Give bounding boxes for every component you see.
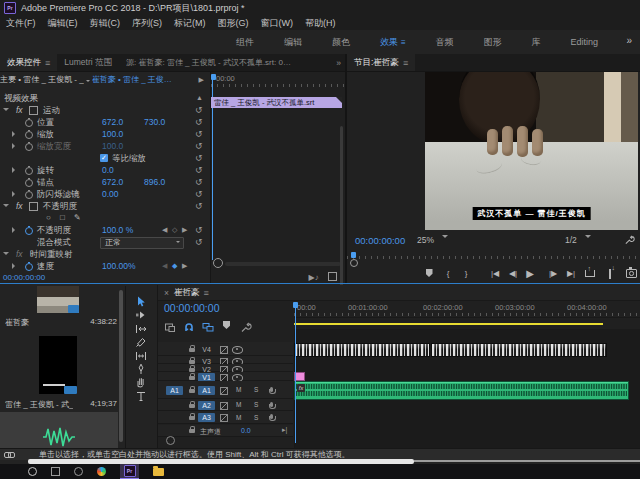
- play-button[interactable]: ▶: [522, 265, 538, 281]
- prev-keyframe-icon[interactable]: ◀: [162, 260, 167, 272]
- collapse-icon[interactable]: ▲: [196, 92, 203, 104]
- sequence-clip-label[interactable]: 崔哲豪 • 雷佳 _ 王俊凯_: [92, 74, 176, 85]
- param-value[interactable]: 0.00: [102, 188, 119, 200]
- workspace-tab[interactable]: Editing: [566, 37, 602, 47]
- insert-nested-sequence-icon[interactable]: [164, 319, 176, 337]
- track-header-v2[interactable]: V2: [158, 364, 293, 372]
- effect-row[interactable]: fx时间重映射: [0, 248, 207, 260]
- mark-out-button[interactable]: }: [458, 265, 474, 281]
- workspace-overflow-icon[interactable]: »: [626, 35, 632, 46]
- search-icon[interactable]: [28, 467, 37, 476]
- mute-button[interactable]: M: [236, 386, 241, 393]
- project-item-row[interactable]: 雷佳 _ 王俊凯 - 武_ 4;19;37: [5, 399, 117, 410]
- effect-controls-timecode[interactable]: 00:00:00:00: [3, 273, 45, 282]
- effect-row[interactable]: 锚点672.0896.0↺: [0, 176, 207, 188]
- voiceover-mic-icon[interactable]: [270, 402, 273, 407]
- stopwatch-icon[interactable]: [25, 119, 33, 127]
- step-forward-button[interactable]: |▶: [545, 265, 561, 281]
- reset-param-icon[interactable]: ↺: [195, 104, 203, 116]
- param-value[interactable]: 730.0: [144, 116, 165, 128]
- toggle-track-output-eye-icon[interactable]: [232, 346, 243, 354]
- type-tool[interactable]: [135, 388, 149, 401]
- clip-fx-badge[interactable]: fx: [297, 384, 305, 392]
- tab-source-monitor[interactable]: 源: 崔哲豪: 雷佳 _ 王俊凯 - 武汉不孤单.srt: 00:00:00:0…: [119, 54, 301, 71]
- hand-tool[interactable]: [135, 374, 149, 387]
- add-keyframe-icon[interactable]: ◇: [172, 224, 177, 236]
- selection-tool[interactable]: [135, 294, 149, 307]
- menu-item[interactable]: 编辑(E): [42, 17, 84, 30]
- tab-sequence[interactable]: 崔哲豪: [174, 287, 200, 299]
- zoom-level-select[interactable]: 25%: [417, 235, 448, 245]
- toggle-effects-icon[interactable]: [328, 272, 337, 281]
- param-value[interactable]: 672.0: [102, 176, 123, 188]
- premiere-taskbar-icon[interactable]: Pr: [120, 464, 139, 479]
- stopwatch-icon[interactable]: [25, 179, 33, 187]
- reset-param-icon[interactable]: ↺: [195, 188, 203, 200]
- mini-ruler[interactable]: 00:00: [211, 72, 345, 88]
- menu-item[interactable]: 文件(F): [0, 17, 42, 30]
- sync-lock-icon[interactable]: [220, 414, 228, 422]
- param-value[interactable]: 100.0 %: [102, 224, 133, 236]
- voiceover-mic-icon[interactable]: [270, 414, 273, 419]
- workspace-tab[interactable]: 图形: [480, 36, 506, 49]
- timeline-ruler[interactable]: 00:0000:01:00:0000:02:00:0000:03:00:0000…: [294, 302, 640, 318]
- ripple-edit-tool[interactable]: [135, 321, 149, 334]
- prev-keyframe-icon[interactable]: ◀: [162, 224, 167, 236]
- menu-item[interactable]: 帮助(H): [299, 17, 342, 30]
- menu-item[interactable]: 序列(S): [126, 17, 168, 30]
- panel-overflow-icon[interactable]: »: [336, 58, 341, 68]
- mini-timeline-clip[interactable]: 雷佳 _ 王俊凯 - 武汉不孤单.srt: [211, 97, 342, 108]
- lock-icon[interactable]: [189, 348, 195, 352]
- workspace-tab[interactable]: 编辑: [280, 36, 306, 49]
- master-track-header[interactable]: 主声道0.0▸|: [158, 425, 293, 437]
- workspace-tab[interactable]: 颜色: [328, 36, 354, 49]
- param-value[interactable]: 0.0: [102, 164, 114, 176]
- linked-selection-icon[interactable]: [202, 319, 214, 337]
- effect-row[interactable]: ✓等比缩放↺: [0, 152, 207, 164]
- workspace-tab[interactable]: 组件: [232, 36, 258, 49]
- video-effects-header[interactable]: 视频效果 ▲: [0, 92, 207, 104]
- track-header-a2[interactable]: A2MS: [158, 399, 293, 411]
- stopwatch-icon[interactable]: [25, 227, 33, 235]
- pen-mask-icon[interactable]: ✎: [74, 212, 81, 224]
- effect-row[interactable]: 混合模式正常↺: [0, 236, 207, 248]
- timeline-timecode[interactable]: 00:00:00:00: [164, 302, 219, 314]
- reset-param-icon[interactable]: ↺: [195, 140, 203, 152]
- reset-param-icon[interactable]: ↺: [195, 128, 203, 140]
- menu-item[interactable]: 标记(M): [168, 17, 212, 30]
- lock-icon[interactable]: [189, 368, 195, 372]
- solo-button[interactable]: S: [254, 414, 258, 421]
- track-header-a1[interactable]: A1A1MS: [158, 381, 293, 399]
- audio-clip-green[interactable]: fx: [294, 381, 629, 400]
- mini-zoom-handle[interactable]: [213, 258, 223, 268]
- effect-row[interactable]: 旋转0.0↺: [0, 164, 207, 176]
- reset-param-icon[interactable]: ↺: [195, 116, 203, 128]
- next-keyframe-icon[interactable]: ▶: [182, 224, 187, 236]
- start-button-icon[interactable]: [5, 467, 14, 476]
- track-header-v3[interactable]: V3: [158, 356, 293, 364]
- track-name[interactable]: V4: [198, 345, 215, 354]
- lock-icon[interactable]: [189, 376, 195, 380]
- sync-lock-icon[interactable]: [220, 387, 228, 395]
- panel-menu-icon[interactable]: ≡: [45, 58, 50, 68]
- track-name[interactable]: A2: [198, 401, 215, 410]
- sync-lock-icon[interactable]: [220, 402, 228, 410]
- project-scrollbar[interactable]: [119, 290, 123, 442]
- browser-icon[interactable]: [97, 467, 106, 476]
- mini-scrollbar[interactable]: [225, 262, 341, 266]
- mute-button[interactable]: M: [236, 414, 241, 421]
- reset-param-icon[interactable]: ↺: [195, 152, 203, 164]
- slip-tool[interactable]: [135, 348, 149, 361]
- param-value[interactable]: 100.0: [102, 140, 123, 152]
- close-icon[interactable]: ×: [164, 288, 169, 298]
- reset-param-icon[interactable]: ↺: [195, 236, 203, 248]
- reset-param-icon[interactable]: ↺: [195, 176, 203, 188]
- project-item-row[interactable]: 崔哲豪 4:38:22: [5, 317, 117, 328]
- track-name[interactable]: A3: [198, 413, 215, 422]
- param-value[interactable]: 100.00%: [102, 260, 136, 272]
- reset-param-icon[interactable]: ↺: [195, 164, 203, 176]
- stopwatch-icon[interactable]: [25, 191, 33, 199]
- subtitle-clips-segment[interactable]: [431, 343, 607, 357]
- task-view-icon[interactable]: [51, 467, 60, 476]
- program-timecode[interactable]: 00:00:00:00: [355, 235, 405, 246]
